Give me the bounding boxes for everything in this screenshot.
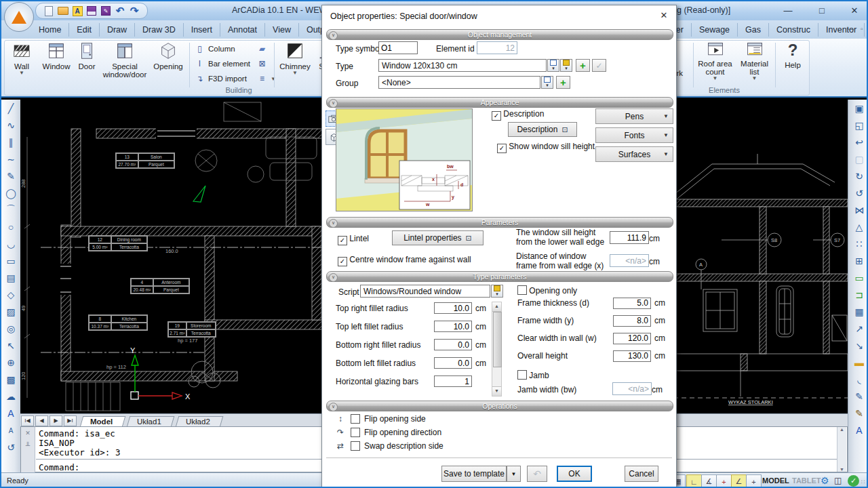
maximize-button[interactable]: □ xyxy=(808,4,835,17)
hatch-lines-icon[interactable]: ▤ xyxy=(3,270,19,286)
special-window-door-button[interactable]: Special window/door xyxy=(100,41,149,79)
box-3d-icon[interactable]: ▦ xyxy=(851,304,867,320)
group-combo[interactable]: <None> xyxy=(378,76,540,89)
save-template-dropdown-button[interactable]: ▼ xyxy=(507,466,521,482)
section-appearance[interactable]: ∨ Appearance xyxy=(326,97,673,108)
menu-tab-annotat[interactable]: Annotat xyxy=(220,23,265,37)
material-list-button[interactable]: Material list▼ xyxy=(736,41,773,81)
redo-button[interactable]: ↷ xyxy=(128,5,140,17)
ortho-toggle[interactable]: ∟ xyxy=(686,474,702,488)
array-icon[interactable]: ∷ xyxy=(851,236,867,252)
f3d-import-button[interactable]: ↴F3D import xyxy=(194,73,247,85)
menu-tab-insert[interactable]: Insert xyxy=(184,23,220,37)
type-pick-from-library-button[interactable]: ▾ xyxy=(547,59,559,72)
menu-tab-gas[interactable]: Gas xyxy=(738,23,769,37)
mirror-icon[interactable]: ⋈ xyxy=(851,202,867,218)
spline-icon[interactable]: ∼ xyxy=(3,151,19,167)
save-button[interactable] xyxy=(85,5,98,17)
clear-width-in-wall-input[interactable] xyxy=(613,333,651,344)
next-layout-button[interactable]: ▶ xyxy=(50,415,62,426)
type-parameters-scrollbar[interactable]: ▲ ▼ xyxy=(492,302,502,396)
bottom-left-fillet-radius-input[interactable] xyxy=(434,357,472,369)
cascade-windows-icon[interactable]: ◫ xyxy=(834,476,842,485)
prev-layout-button[interactable]: ◀ xyxy=(35,415,48,426)
last-layout-button[interactable]: ▶I xyxy=(64,415,77,426)
scale-icon[interactable]: ↗ xyxy=(851,321,867,337)
section-parameters[interactable]: ∨ Parameters xyxy=(326,217,673,228)
text-icon[interactable]: A xyxy=(3,405,19,422)
tab-uklad2[interactable]: Układ2 xyxy=(176,416,223,427)
sill-height-input[interactable] xyxy=(610,231,649,244)
tablet-toggle[interactable]: TABLET xyxy=(792,476,821,485)
frame-width-input[interactable] xyxy=(613,315,651,327)
array-path-icon[interactable]: ⊞ xyxy=(851,253,867,269)
scroll-thumb[interactable] xyxy=(493,312,502,367)
flip-opening-side-checkbox[interactable] xyxy=(351,414,360,424)
menu-tab-draw-3d[interactable]: Draw 3D xyxy=(135,23,184,37)
section-type-parameters[interactable]: ∨ Type parameters xyxy=(326,271,673,282)
revision-cloud-icon[interactable]: ☁ xyxy=(3,388,19,405)
section-object-management[interactable]: ∨ Object management xyxy=(326,29,673,40)
leader-icon[interactable]: ↖ xyxy=(3,338,19,354)
swap-description-side-checkbox[interactable] xyxy=(351,441,360,451)
bar-element-button[interactable]: ΙBar element xyxy=(194,58,250,70)
roof-area-count-button[interactable]: Roof area count▼ xyxy=(696,41,734,81)
otrack-toggle[interactable]: ∠ xyxy=(731,474,747,488)
text-small-icon[interactable]: A xyxy=(3,422,19,439)
apply-type-button[interactable]: ✓ xyxy=(592,59,606,72)
rotate-reference-icon[interactable]: ↺ xyxy=(851,185,867,201)
undo-button[interactable]: ↶ xyxy=(114,5,126,17)
insulation-button[interactable]: ⊠ xyxy=(256,58,268,70)
cancel-button[interactable]: Cancel xyxy=(625,466,658,482)
new-file-button[interactable] xyxy=(43,5,55,17)
settings-gear-icon[interactable]: ⚙ xyxy=(821,475,829,486)
line-icon[interactable]: ╱ xyxy=(3,100,19,117)
chimney-button[interactable]: Chimney▼ xyxy=(277,41,313,75)
osnap-toggle[interactable]: + xyxy=(716,474,732,488)
fill-icon[interactable]: ▩ xyxy=(3,371,19,388)
lintel-properties-button[interactable]: Lintel properties⊡ xyxy=(392,230,484,245)
fillet-icon[interactable]: ◟ xyxy=(851,371,867,388)
menu-tab-sewage[interactable]: Sewage xyxy=(692,23,738,37)
chimney-dropdown-arrow[interactable]: ▼ xyxy=(292,70,298,75)
script-combo[interactable]: Windows/Rounded window xyxy=(360,285,490,298)
centre-frame-checkbox[interactable]: ✓ Centre window frame against wall xyxy=(338,255,471,266)
collapse-icon[interactable]: ∨ xyxy=(329,31,338,40)
menu-tab-home[interactable]: Home xyxy=(31,23,69,37)
status-ok-icon[interactable]: ✓ xyxy=(848,475,859,487)
fonts-button[interactable]: Fonts▼ xyxy=(595,127,673,143)
measure-icon[interactable]: ▬ xyxy=(851,354,867,371)
region-icon[interactable]: ⊕ xyxy=(3,354,19,371)
tab-model[interactable]: Model xyxy=(80,416,126,427)
edit-polyline-icon[interactable]: ✎ xyxy=(851,405,867,422)
jamb-checkbox[interactable]: Jamb xyxy=(517,370,549,380)
polyline-icon[interactable]: ∿ xyxy=(3,117,19,134)
horizontal-glazing-bars-input[interactable] xyxy=(434,375,472,387)
scroll-down-icon[interactable]: ▼ xyxy=(492,386,501,396)
mirror-copy-icon[interactable]: △ xyxy=(851,219,867,235)
help-button[interactable]: ? Help xyxy=(778,41,808,69)
show-sill-height-checkbox[interactable]: ✓ Show window sill height xyxy=(497,142,595,153)
sketch-icon[interactable]: ✎ xyxy=(3,168,19,184)
revert-button[interactable]: ↶ xyxy=(527,466,547,482)
arc-icon[interactable]: ⌒ xyxy=(3,202,19,218)
lintel-checkbox[interactable]: ✓ Lintel xyxy=(338,234,369,245)
minimize-button[interactable]: — xyxy=(774,4,802,17)
script-pick-button[interactable]: ▾ xyxy=(491,285,503,298)
polygon-icon[interactable]: ◇ xyxy=(3,287,19,303)
doc-minimize-button[interactable]: — xyxy=(844,25,857,33)
flip-opening-direction-checkbox[interactable] xyxy=(351,428,360,437)
edit-text-icon[interactable]: A xyxy=(851,422,867,439)
overall-height-input[interactable] xyxy=(613,350,651,362)
door-button[interactable]: Door xyxy=(75,41,99,70)
ok-button[interactable]: OK xyxy=(557,466,592,482)
refresh-icon[interactable]: ↺ xyxy=(3,439,19,455)
copy-icon[interactable]: ▣ xyxy=(851,100,867,117)
offset-icon[interactable]: ▭ xyxy=(851,270,867,286)
layers-dropdown-arrow[interactable]: ▼ xyxy=(271,76,276,82)
description-checkbox[interactable]: ✓ Description xyxy=(492,109,544,121)
wall-dropdown-arrow[interactable]: ▼ xyxy=(19,70,24,75)
polar-toggle[interactable]: ∡ xyxy=(701,474,717,488)
edit-spline-icon[interactable]: ✎ xyxy=(851,388,867,405)
command-prompt[interactable]: Command: xyxy=(39,462,79,472)
